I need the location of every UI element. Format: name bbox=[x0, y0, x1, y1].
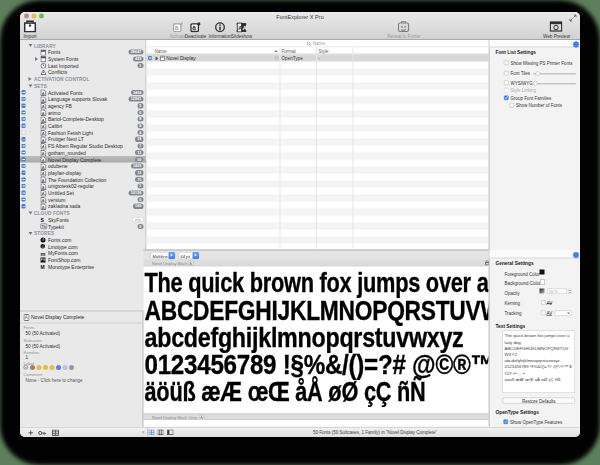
svg-text:a: a bbox=[175, 24, 179, 31]
svg-text:A: A bbox=[242, 24, 247, 31]
svg-text:A: A bbox=[25, 315, 28, 320]
svg-text:a: a bbox=[192, 24, 196, 31]
